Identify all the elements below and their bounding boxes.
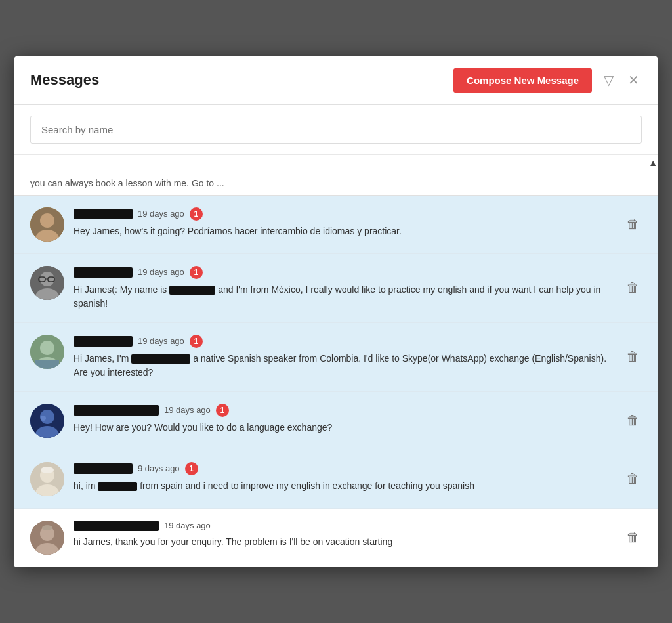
svg-point-16	[41, 416, 46, 421]
messages-list: ▲ you can always book a lesson with me. …	[14, 155, 658, 567]
delete-icon: 🗑	[626, 349, 639, 364]
time-ago: 19 days ago	[164, 521, 211, 530]
compose-new-message-button[interactable]: Compose New Message	[453, 68, 592, 93]
message-item[interactable]: 9 days ago 1 hi, im from spain and i nee…	[14, 450, 658, 509]
sender-name-redacted	[74, 267, 133, 278]
search-input[interactable]	[30, 116, 642, 144]
modal-header: Messages Compose New Message ▽ ✕	[14, 56, 658, 105]
time-ago: 19 days ago	[138, 336, 184, 346]
messages-modal: Messages Compose New Message ▽ ✕ ▲ you c…	[14, 56, 658, 567]
avatar	[30, 266, 64, 300]
message-content: 19 days ago 1 Hi James(: My name is and …	[74, 266, 614, 311]
delete-button[interactable]: 🗑	[623, 214, 642, 234]
time-ago: 9 days ago	[138, 463, 180, 473]
unread-badge: 1	[190, 207, 203, 221]
scroll-up-button[interactable]: ▲	[648, 155, 658, 171]
close-button[interactable]: ✕	[625, 70, 642, 91]
message-item[interactable]: 19 days ago 1 Hey! How are you? Would yo…	[14, 392, 658, 450]
sender-name-redacted	[74, 405, 159, 416]
preview-message-row[interactable]: you can always book a lesson with me. Go…	[14, 171, 658, 196]
unread-badge: 1	[185, 462, 198, 475]
message-content: 19 days ago hi James, thank you for your…	[74, 521, 614, 549]
message-text: Hi James(: My name is and I'm from Méxic…	[74, 283, 614, 311]
redacted-name	[98, 482, 137, 491]
message-item[interactable]: 19 days ago 1 Hi James, I'm a native Spa…	[14, 323, 658, 392]
message-content: 19 days ago 1 Hey! How are you? Would yo…	[74, 404, 614, 435]
message-meta: 19 days ago 1	[74, 335, 614, 348]
message-text: Hi James, I'm a native Spanish speaker f…	[74, 352, 614, 379]
header-actions: Compose New Message ▽ ✕	[453, 68, 642, 93]
svg-point-1	[40, 213, 54, 228]
unread-badge: 1	[190, 335, 203, 348]
message-meta: 19 days ago 1	[74, 266, 614, 279]
avatar	[30, 404, 64, 438]
sender-name-redacted	[74, 521, 159, 531]
sender-name-redacted	[74, 463, 133, 474]
preview-message-text: you can always book a lesson with me. Go…	[30, 178, 224, 188]
filter-icon: ▽	[604, 72, 614, 88]
svg-point-10	[40, 341, 54, 355]
avatar	[30, 335, 64, 369]
delete-button[interactable]: 🗑	[623, 347, 642, 367]
time-ago: 19 days ago	[164, 405, 211, 415]
svg-point-24	[42, 525, 52, 530]
search-container	[14, 105, 658, 155]
time-ago: 19 days ago	[138, 209, 184, 219]
delete-button[interactable]: 🗑	[623, 469, 642, 489]
svg-point-20	[41, 467, 54, 473]
unread-badge: 1	[190, 266, 203, 279]
message-content: 19 days ago 1 Hey James, how's it going?…	[74, 207, 614, 238]
message-text: Hey James, how's it going? Podríamos hac…	[74, 225, 614, 238]
message-content: 19 days ago 1 Hi James, I'm a native Spa…	[74, 335, 614, 379]
redacted-name	[131, 354, 190, 364]
message-item[interactable]: 19 days ago 1 Hi James(: My name is and …	[14, 254, 658, 323]
message-item[interactable]: 19 days ago hi James, thank you for your…	[14, 509, 658, 567]
message-item[interactable]: 19 days ago 1 Hey James, how's it going?…	[14, 196, 658, 254]
delete-icon: 🗑	[626, 530, 639, 544]
delete-icon: 🗑	[626, 280, 639, 295]
message-meta: 19 days ago	[74, 521, 614, 531]
sender-name-redacted	[74, 209, 133, 219]
avatar	[30, 207, 64, 242]
delete-button[interactable]: 🗑	[623, 527, 642, 548]
modal-title: Messages	[30, 72, 99, 89]
delete-icon: 🗑	[626, 471, 639, 486]
delete-icon: 🗑	[626, 413, 639, 427]
message-meta: 9 days ago 1	[74, 462, 614, 475]
redacted-name	[169, 286, 215, 295]
time-ago: 19 days ago	[138, 267, 184, 277]
unread-badge: 1	[216, 404, 229, 417]
avatar	[30, 521, 64, 555]
close-icon: ✕	[628, 72, 639, 88]
filter-button[interactable]: ▽	[601, 70, 616, 91]
message-meta: 19 days ago 1	[74, 207, 614, 221]
sender-name-redacted	[74, 336, 133, 347]
avatar	[30, 462, 64, 496]
svg-rect-12	[35, 360, 59, 369]
delete-icon: 🗑	[626, 217, 639, 231]
message-text: Hey! How are you? Would you like to do a…	[74, 421, 614, 435]
delete-button[interactable]: 🗑	[623, 410, 642, 431]
delete-button[interactable]: 🗑	[623, 278, 642, 298]
message-content: 9 days ago 1 hi, im from spain and i nee…	[74, 462, 614, 493]
message-meta: 19 days ago 1	[74, 404, 614, 417]
message-text: hi James, thank you for your enquiry. Th…	[74, 535, 614, 549]
message-text: hi, im from spain and i need to improve …	[74, 479, 614, 493]
